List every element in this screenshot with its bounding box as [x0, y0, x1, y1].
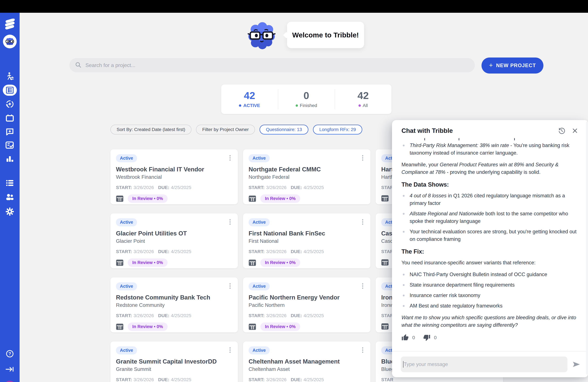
table-view-icon[interactable] — [116, 195, 124, 202]
chat-bullet: State insurance department filing requir… — [401, 281, 578, 289]
project-dates: START:3/26/2026DUE:4/25/2025 — [116, 185, 232, 190]
app-root: ? TK — [0, 0, 588, 382]
bar-chart-icon[interactable] — [0, 155, 20, 163]
stat-all-label: All — [363, 103, 368, 108]
kebab-menu-icon[interactable] — [360, 346, 365, 354]
project-card[interactable]: Active Pacific Northern Energy Vendor Pa… — [243, 277, 370, 332]
project-card[interactable]: Active Redstone Community Bank Tech Reds… — [110, 277, 238, 332]
search-input[interactable] — [85, 62, 461, 68]
new-project-button[interactable]: + NEW PROJECT — [482, 58, 544, 74]
stat-finished[interactable]: 0 Finished — [278, 85, 335, 114]
chat-panel: Chat with Tribble — [392, 120, 588, 377]
kebab-menu-icon[interactable] — [360, 154, 365, 162]
sync-sparkle-icon[interactable] — [0, 100, 20, 108]
project-subtitle: Pacific Northern — [249, 302, 365, 308]
chat-bullet: Third-Party Risk Management: 38% win rat… — [401, 142, 578, 157]
checklist-icon[interactable] — [0, 141, 20, 149]
project-dates: STAR — [381, 377, 498, 382]
help-icon[interactable]: ? — [0, 350, 20, 358]
logout-icon[interactable] — [0, 366, 20, 373]
kebab-menu-icon[interactable] — [228, 154, 232, 162]
project-title: Westbrook Financial IT Vendor — [116, 166, 232, 173]
project-subtitle: Glacier Point — [116, 238, 232, 244]
thumbs-up-icon[interactable] — [401, 334, 409, 341]
table-view-icon[interactable] — [116, 323, 124, 330]
close-icon[interactable] — [572, 127, 578, 134]
table-view-icon[interactable] — [116, 259, 124, 266]
chat-scrollbar[interactable] — [586, 121, 588, 375]
table-view-icon[interactable] — [381, 195, 389, 202]
chat-paragraph: You need insurance-specific answer varia… — [401, 259, 578, 266]
project-dates: START:3/26/2026DUE:4/25/2025 — [249, 249, 365, 254]
chat-title: Chat with Tribble — [401, 127, 453, 134]
project-dates: START:3/26/2026DUE:4/25/2025 — [116, 249, 232, 254]
stat-active[interactable]: 42 ACTIVE — [221, 85, 278, 114]
settings-gear-icon[interactable] — [0, 207, 20, 216]
progress-badge: In Review • 0% — [128, 258, 168, 267]
menu-list-icon[interactable] — [0, 179, 20, 187]
table-view-icon[interactable] — [249, 195, 256, 202]
finished-dot — [296, 105, 298, 107]
kebab-menu-icon[interactable] — [360, 218, 365, 226]
kebab-menu-icon[interactable] — [228, 282, 232, 290]
chat-closing-question: Want me to show you which specific quest… — [401, 314, 578, 329]
status-badge: Active — [249, 218, 270, 226]
history-icon[interactable] — [558, 127, 566, 134]
project-card[interactable]: Active Northgate Federal CMMC Northgate … — [243, 149, 370, 204]
questionnaire-pill[interactable]: Questionnaire: 13 — [260, 125, 308, 134]
chat-bullet: NAIC Third-Party Oversight Bulletin inst… — [401, 271, 578, 278]
progress-badge: In Review • 0% — [128, 194, 168, 203]
chat-paragraph: Meanwhile, your General Product Features… — [401, 161, 578, 176]
chat-section-heading: The Data Shows: — [401, 181, 578, 188]
calendar-icon[interactable] — [0, 114, 20, 122]
project-card[interactable]: Active Glacier Point Utilities OT Glacie… — [110, 213, 238, 268]
stat-all[interactable]: 42 All — [335, 85, 392, 114]
user-avatar[interactable]: TK — [0, 381, 20, 382]
people-icon[interactable] — [0, 193, 20, 201]
table-view-icon[interactable] — [249, 323, 256, 330]
project-dates: START:3/26/2026DUE:4/25/2025 — [249, 313, 365, 318]
tribble-logo-icon[interactable] — [0, 19, 20, 29]
chat-input-bar — [392, 351, 588, 377]
chat-bullet: Your technical evaluation scores are str… — [401, 228, 578, 243]
status-badge: Active — [249, 346, 270, 354]
table-view-icon[interactable] — [381, 323, 389, 330]
project-card[interactable]: Active First National Bank FinSec First … — [243, 213, 370, 268]
table-view-icon[interactable] — [249, 259, 256, 266]
table-view-icon[interactable] — [381, 259, 389, 266]
search-icon — [75, 61, 82, 69]
plus-icon: + — [489, 62, 493, 69]
svg-text:?: ? — [8, 351, 11, 356]
status-badge: Active — [116, 154, 137, 162]
tribble-avatar-icon[interactable] — [0, 35, 20, 48]
stat-all-value: 42 — [357, 90, 369, 101]
kebab-menu-icon[interactable] — [228, 346, 232, 354]
status-badge: Active — [116, 218, 137, 226]
send-icon[interactable] — [572, 360, 581, 369]
project-dates: START:3/26/2026DUE:4/25/2025 — [249, 185, 365, 190]
welcome-title: Welcome to Tribble! — [292, 31, 359, 39]
welcome-bubble: Welcome to Tribble! — [287, 22, 364, 48]
project-subtitle: Redstone Community — [116, 302, 232, 308]
sort-by-pill[interactable]: Sort By: Created Date (latest first) — [110, 125, 191, 134]
active-dot — [239, 105, 241, 107]
project-card[interactable]: Active Westbrook Financial IT Vendor Wes… — [110, 149, 238, 204]
kebab-menu-icon[interactable] — [360, 282, 365, 290]
agent-handoff-icon[interactable] — [0, 72, 20, 81]
longform-rfx-pill[interactable]: Longform RFx: 29 — [313, 125, 362, 134]
project-subtitle: Cheltenham Asset — [249, 366, 365, 372]
stat-finished-label: Finished — [300, 103, 317, 108]
project-card[interactable]: Active Cheltenham Asset Management Chelt… — [243, 341, 370, 382]
project-subtitle: Westbrook Financial — [116, 174, 232, 180]
thumbs-down-icon[interactable] — [423, 334, 430, 341]
project-search — [69, 58, 475, 72]
chat-sparkle-icon[interactable] — [0, 127, 20, 136]
sidebar-item-projects-active[interactable] — [0, 85, 20, 96]
filter-owner-pill[interactable]: Filter by Project Owner — [196, 125, 255, 134]
project-stats-card: 42 ACTIVE 0 Finished 42 All — [221, 84, 392, 114]
project-title: Granite Summit Capital InvestorDD — [116, 358, 232, 365]
project-subtitle: First National — [249, 238, 365, 244]
project-card[interactable]: Active Granite Summit Capital InvestorDD… — [110, 341, 238, 382]
kebab-menu-icon[interactable] — [228, 218, 232, 226]
chat-message-input[interactable] — [404, 361, 564, 367]
